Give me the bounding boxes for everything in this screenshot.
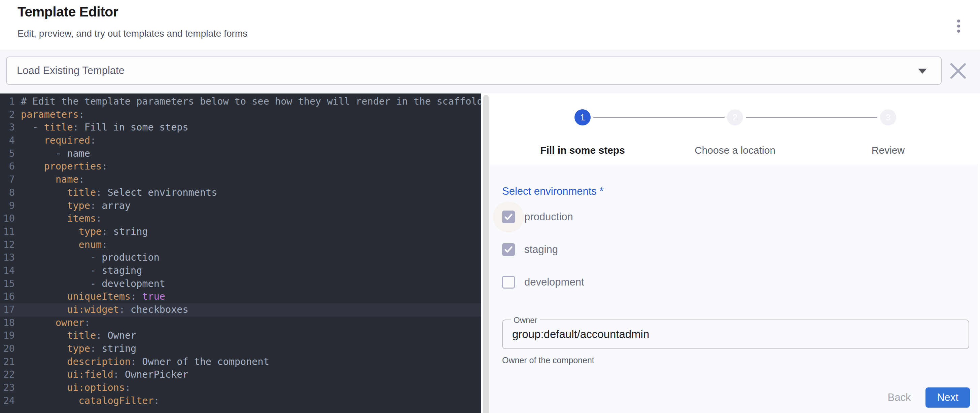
step-2-icon: 2 [727, 109, 743, 125]
code-text: properties: [15, 160, 107, 173]
code-line: 22 ui:field: OwnerPicker [0, 368, 481, 381]
code-text: items: [15, 212, 102, 226]
code-text: description: Owner of the component [15, 356, 269, 369]
code-line: 3 - title: Fill in some steps [0, 121, 481, 134]
code-line: 1# Edit the template parameters below to… [0, 95, 481, 108]
back-button[interactable]: Back [872, 388, 926, 408]
line-number: 17 [0, 303, 15, 316]
code-text: type: string [15, 342, 136, 356]
step-1-icon: 1 [574, 109, 590, 125]
code-line: 18 owner: [0, 316, 481, 330]
code-line: 8 title: Select environments [0, 186, 481, 199]
step-1-label: Fill in some steps [509, 145, 657, 156]
checkbox-development[interactable] [502, 276, 515, 289]
code-text: uniqueItems: true [15, 290, 165, 303]
code-text: - production [15, 251, 159, 264]
code-text: parameters: [15, 108, 84, 121]
close-button[interactable] [948, 60, 969, 81]
line-number: 12 [0, 238, 15, 252]
line-number: 20 [0, 342, 15, 356]
code-editor[interactable]: 1# Edit the template parameters below to… [0, 94, 481, 413]
code-line: 15 - development [0, 278, 481, 291]
code-text: - name [15, 147, 90, 160]
code-text: type: array [15, 199, 130, 213]
line-number: 23 [0, 381, 15, 394]
code-text: type: string [15, 226, 148, 238]
line-number: 24 [0, 394, 15, 408]
line-number: 3 [0, 121, 15, 134]
line-number: 1 [0, 95, 15, 108]
template-editor-page: Template Editor Edit, preview, and try o… [0, 0, 980, 413]
step-3-icon: 3 [880, 109, 896, 125]
code-text: ui:field: OwnerPicker [15, 368, 188, 381]
preview-panel: 1Fill in some steps2Choose a location3Re… [490, 94, 980, 413]
code-line: 24 catalogFilter: [0, 394, 481, 408]
code-line: 14 - staging [0, 264, 481, 278]
code-line: 21 description: Owner of the component [0, 356, 481, 369]
checkbox-label[interactable]: staging [524, 243, 558, 256]
checkbox-production[interactable] [502, 211, 515, 223]
kebab-dot-icon [957, 30, 960, 33]
line-number: 21 [0, 356, 15, 369]
code-line: 13 - production [0, 251, 481, 264]
code-text: ui:widget: checkboxes [15, 303, 188, 316]
page-header: Template Editor Edit, preview, and try o… [0, 0, 980, 51]
environment-option-staging[interactable]: staging [502, 243, 558, 256]
code-text: enum: [15, 238, 107, 252]
line-number: 5 [0, 147, 15, 160]
owner-field-value: group:default/accountadmin [512, 320, 649, 348]
load-template-select[interactable]: Load Existing Template [6, 57, 942, 85]
close-icon [948, 60, 969, 81]
line-number: 18 [0, 316, 15, 330]
owner-helper-text: Owner of the component [502, 356, 594, 365]
code-editor-lines: 1# Edit the template parameters below to… [0, 95, 481, 408]
code-line: 9 type: array [0, 199, 481, 213]
line-number: 10 [0, 212, 15, 226]
code-text: - title: Fill in some steps [15, 121, 188, 134]
code-text: name: [15, 173, 84, 186]
panel-resize-handle[interactable] [483, 95, 488, 413]
form-card: Select environments * productionstagingd… [490, 164, 978, 413]
caret-down-icon [918, 68, 927, 74]
code-line: 11 type: string [0, 226, 481, 238]
line-number: 9 [0, 199, 15, 213]
code-text: required: [15, 134, 96, 147]
code-line: 23 ui:options: [0, 381, 481, 394]
environment-option-production[interactable]: production [502, 210, 573, 224]
code-line: 10 items: [0, 212, 481, 226]
owner-field[interactable]: Owner group:default/accountadmin [502, 319, 969, 349]
page-title: Template Editor [18, 4, 118, 20]
checkbox-staging[interactable] [502, 243, 515, 256]
code-line: 2parameters: [0, 108, 481, 121]
next-button[interactable]: Next [926, 388, 970, 408]
line-number: 14 [0, 264, 15, 278]
load-template-bar: Load Existing Template [0, 51, 980, 94]
step-3-label: Review [814, 145, 962, 156]
code-text: owner: [15, 316, 90, 330]
code-text: # Edit the template parameters below to … [15, 95, 481, 108]
checkbox-label[interactable]: production [524, 211, 573, 223]
step-2-label: Choose a location [661, 145, 809, 156]
step-connector [593, 117, 725, 118]
code-line: 17 ui:widget: checkboxes [0, 303, 481, 316]
checkbox-label[interactable]: development [524, 276, 584, 288]
code-line: 19 title: Owner [0, 329, 481, 342]
line-number: 4 [0, 134, 15, 147]
kebab-dot-icon [957, 19, 960, 22]
code-text: title: Select environments [15, 186, 217, 199]
code-text: - development [15, 278, 165, 291]
step-connector [746, 117, 877, 118]
line-number: 8 [0, 186, 15, 199]
line-number: 6 [0, 160, 15, 173]
page-subtitle: Edit, preview, and try out templates and… [18, 28, 247, 39]
code-line: 12 enum: [0, 238, 481, 252]
line-number: 2 [0, 108, 15, 121]
line-number: 22 [0, 368, 15, 381]
line-number: 13 [0, 251, 15, 264]
environments-field-label: Select environments * [502, 185, 604, 197]
code-text: catalogFilter: [15, 394, 159, 408]
code-text: ui:options: [15, 381, 130, 394]
environment-option-development[interactable]: development [502, 275, 584, 289]
more-options-button[interactable] [950, 15, 967, 37]
line-number: 7 [0, 173, 15, 186]
